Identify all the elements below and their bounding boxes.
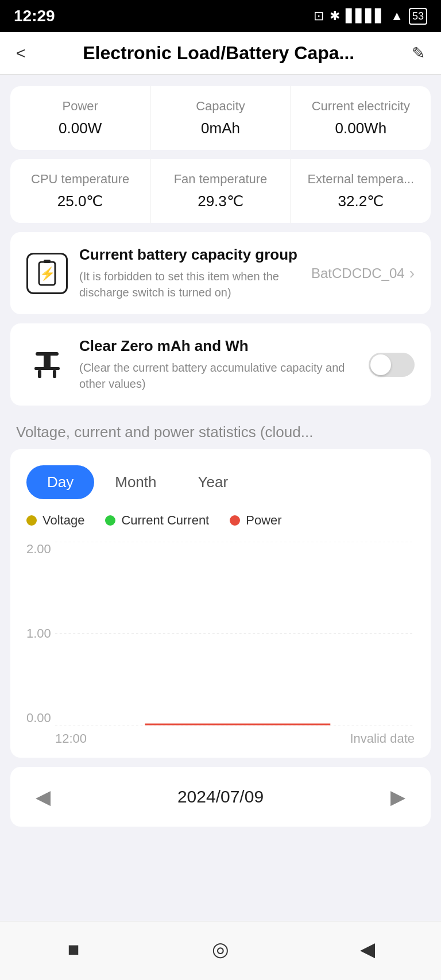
- status-bar: 12:29 ⊡ ✱ ▋▋▋▋ ▲ 53: [0, 0, 441, 32]
- tab-month[interactable]: Month: [94, 465, 177, 499]
- clear-zero-text: Clear Zero mAh and Wh (Clear the current…: [79, 337, 357, 392]
- battery-group-title: Current battery capacity group: [79, 246, 300, 264]
- stat-electricity: Current electricity 0.00Wh: [291, 86, 431, 150]
- stat-power-label: Power: [16, 99, 144, 114]
- date-next-button[interactable]: ▶: [381, 785, 415, 808]
- temp-card: CPU temperature 25.0℃ Fan temperature 29…: [10, 159, 431, 223]
- battery-group-text: Current battery capacity group (It is fo…: [79, 246, 300, 300]
- page-title: Electronic Load/Battery Capa...: [83, 43, 354, 64]
- date-nav-card: ◀ 2024/07/09 ▶: [10, 767, 431, 827]
- current-dot: [105, 515, 115, 526]
- bluetooth-icon: ✱: [330, 9, 340, 24]
- y-label-1: 1.00: [26, 626, 55, 641]
- power-dot: [230, 515, 240, 526]
- bottom-nav: ■ ◎ ◀: [0, 921, 441, 980]
- temp-cpu-label: CPU temperature: [16, 172, 144, 187]
- tab-day[interactable]: Day: [26, 465, 94, 499]
- temp-external-value: 32.2℃: [297, 192, 425, 210]
- app-header: < Electronic Load/Battery Capa... ✎: [0, 32, 441, 75]
- legend-current-label: Current Current: [121, 513, 209, 528]
- stat-electricity-label: Current electricity: [297, 99, 425, 114]
- clear-zero-subtitle: (Clear the current battery accumulative …: [79, 360, 357, 392]
- svg-rect-3: [36, 352, 59, 356]
- clear-zero-title: Clear Zero mAh and Wh: [79, 337, 357, 355]
- stat-electricity-value: 0.00Wh: [297, 119, 425, 137]
- nfc-icon: ⊡: [314, 9, 324, 24]
- svg-text:⚡: ⚡: [40, 266, 56, 281]
- chart-legend: Voltage Current Current Power: [26, 513, 415, 528]
- chart-svg: [55, 542, 415, 726]
- voltage-dot: [26, 515, 37, 526]
- signal-icon: ▋▋▋▋: [346, 9, 385, 24]
- date-prev-button[interactable]: ◀: [26, 785, 60, 808]
- chart-tabs: Day Month Year: [26, 465, 415, 499]
- temp-cpu-value: 25.0℃: [16, 192, 144, 210]
- svg-rect-7: [53, 370, 56, 378]
- nav-back-button[interactable]: ◀: [345, 932, 390, 966]
- battery-group-value: BatCDCDC_04: [311, 265, 405, 281]
- section-title: Voltage, current and power statistics (c…: [0, 406, 441, 449]
- nav-home-button[interactable]: ◎: [198, 932, 243, 966]
- svg-rect-5: [34, 367, 60, 370]
- battery-icon: 53: [409, 8, 427, 25]
- x-label-end: Invalid date: [350, 731, 415, 746]
- back-button[interactable]: <: [16, 44, 25, 63]
- chevron-right-icon: ›: [409, 264, 415, 283]
- temp-fan: Fan temperature 29.3℃: [150, 159, 291, 223]
- status-icons: ⊡ ✱ ▋▋▋▋ ▲ 53: [314, 8, 427, 25]
- stat-power-value: 0.00W: [16, 119, 144, 137]
- temp-external-label: External tempera...: [297, 172, 425, 187]
- svg-rect-1: [44, 260, 51, 263]
- date-display: 2024/07/09: [177, 787, 264, 807]
- legend-power: Power: [230, 513, 281, 528]
- svg-rect-4: [44, 356, 51, 367]
- stats-card: Power 0.00W Capacity 0mAh Current electr…: [10, 86, 431, 150]
- tab-year[interactable]: Year: [177, 465, 249, 499]
- stat-capacity: Capacity 0mAh: [150, 86, 291, 150]
- x-label-start: 12:00: [55, 731, 87, 746]
- legend-voltage: Voltage: [26, 513, 84, 528]
- battery-group-card[interactable]: ⚡ Current battery capacity group (It is …: [10, 232, 431, 314]
- edit-button[interactable]: ✎: [412, 44, 425, 63]
- stat-power: Power 0.00W: [10, 86, 150, 150]
- legend-current: Current Current: [105, 513, 209, 528]
- x-axis-labels: 12:00 Invalid date: [26, 731, 415, 746]
- svg-rect-6: [38, 370, 41, 378]
- chart-card: Day Month Year Voltage Current Current P…: [10, 449, 431, 758]
- battery-group-subtitle: (It is forbidden to set this item when t…: [79, 268, 300, 300]
- y-label-2: 2.00: [26, 542, 55, 557]
- clear-zero-toggle[interactable]: [369, 353, 415, 377]
- battery-charge-icon: ⚡: [26, 253, 68, 294]
- temp-fan-label: Fan temperature: [156, 172, 284, 187]
- temp-external: External tempera... 32.2℃: [291, 159, 431, 223]
- legend-voltage-label: Voltage: [42, 513, 84, 528]
- clear-zero-icon: [26, 344, 68, 385]
- clear-zero-card: Clear Zero mAh and Wh (Clear the current…: [10, 323, 431, 406]
- wifi-icon: ▲: [390, 9, 403, 24]
- stat-capacity-label: Capacity: [156, 99, 284, 114]
- stat-capacity-value: 0mAh: [156, 119, 284, 137]
- status-time: 12:29: [14, 7, 55, 25]
- y-label-0: 0.00: [26, 711, 55, 726]
- temp-cpu: CPU temperature 25.0℃: [10, 159, 150, 223]
- battery-group-right: BatCDCDC_04 ›: [311, 264, 415, 283]
- temp-fan-value: 29.3℃: [156, 192, 284, 210]
- chart-area: 2.00 1.00 0.00: [26, 542, 415, 726]
- legend-power-label: Power: [246, 513, 281, 528]
- nav-stop-button[interactable]: ■: [51, 932, 96, 966]
- y-axis-labels: 2.00 1.00 0.00: [26, 542, 55, 726]
